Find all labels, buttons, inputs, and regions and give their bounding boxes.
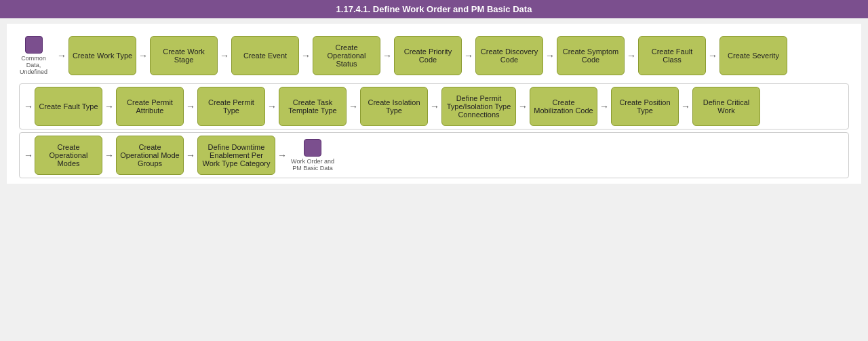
arrow-0 <box>57 50 66 61</box>
start-node-container: Common Data, Undefined <box>15 36 52 75</box>
cont-arrow-r2: → <box>24 101 33 112</box>
node-create-operational-modes[interactable]: Create Operational Modes <box>35 136 102 175</box>
start-node <box>25 36 43 54</box>
arrow-r3-1 <box>104 150 114 161</box>
arrow-r2-7 <box>599 101 609 112</box>
node-create-position-type[interactable]: Create Position Type <box>611 87 679 126</box>
node-create-task-template-type[interactable]: Create Task Template Type <box>279 87 347 126</box>
cont-arrow-r3: → <box>24 150 33 161</box>
row3-box: → Create Operational Modes Create Operat… <box>19 132 849 178</box>
arrow-r2-3 <box>267 101 277 112</box>
arrow-r2-4 <box>349 101 358 112</box>
arrow-r2-8 <box>681 101 690 112</box>
node-create-work-type[interactable]: Create Work Type <box>68 36 136 75</box>
row2-wrapper: → Create Fault Type Create Permit Attrib… <box>12 83 856 129</box>
node-create-symptom-code[interactable]: Create Symptom Code <box>557 36 625 75</box>
node-create-work-stage[interactable]: Create Work Stage <box>150 36 218 75</box>
arrow-4 <box>382 50 392 61</box>
node-create-severity[interactable]: Create Severity <box>719 36 787 75</box>
node-create-priority-code[interactable]: Create Priority Code <box>394 36 462 75</box>
arrow-r2-2 <box>186 101 195 112</box>
node-create-fault-type[interactable]: Create Fault Type <box>35 87 102 126</box>
row1: Common Data, Undefined Create Work Type … <box>12 29 856 82</box>
node-create-permit-type[interactable]: Create Permit Type <box>197 87 265 126</box>
node-create-operational-status[interactable]: Create Operational Status <box>313 36 380 75</box>
end-node <box>304 139 321 157</box>
node-define-critical-work[interactable]: Define Critical Work <box>692 87 760 126</box>
node-create-isolation-type[interactable]: Create Isolation Type <box>360 87 428 126</box>
arrow-r2-1 <box>104 101 114 112</box>
arrow-r2-5 <box>430 101 439 112</box>
arrow-r3-2 <box>186 150 195 161</box>
node-create-permit-attribute[interactable]: Create Permit Attribute <box>116 87 184 126</box>
header-title: 1.17.4.1. Define Work Order and PM Basic… <box>336 4 532 14</box>
arrow-2 <box>220 50 229 61</box>
arrow-r2-6 <box>518 101 528 112</box>
node-create-discovery-code[interactable]: Create Discovery Code <box>475 36 543 75</box>
node-create-operational-mode-groups[interactable]: Create Operational Mode Groups <box>116 136 184 175</box>
main-content: Common Data, Undefined Create Work Type … <box>7 24 861 184</box>
node-create-fault-class[interactable]: Create Fault Class <box>638 36 706 75</box>
node-define-downtime-enablement[interactable]: Define Downtime Enablement Per Work Type… <box>197 136 275 175</box>
arrow-5 <box>464 50 473 61</box>
node-create-event[interactable]: Create Event <box>231 36 299 75</box>
arrow-7 <box>627 50 636 61</box>
arrow-3 <box>301 50 311 61</box>
end-label: Work Order and PM Basic Data <box>289 158 336 172</box>
arrow-6 <box>545 50 555 61</box>
row3-wrapper: → Create Operational Modes Create Operat… <box>12 132 856 178</box>
arrow-r3-3 <box>277 150 287 161</box>
start-label: Common Data, Undefined <box>15 55 52 75</box>
end-node-container: Work Order and PM Basic Data <box>289 139 336 172</box>
header: 1.17.4.1. Define Work Order and PM Basic… <box>0 0 868 18</box>
arrow-8 <box>708 50 717 61</box>
row2-box: → Create Fault Type Create Permit Attrib… <box>19 83 849 129</box>
node-create-mobilization-code[interactable]: Create Mobilization Code <box>530 87 597 126</box>
arrow-1 <box>138 50 148 61</box>
node-define-permit-type-isolation[interactable]: Define Permit Type/Isolation Type Connec… <box>441 87 516 126</box>
